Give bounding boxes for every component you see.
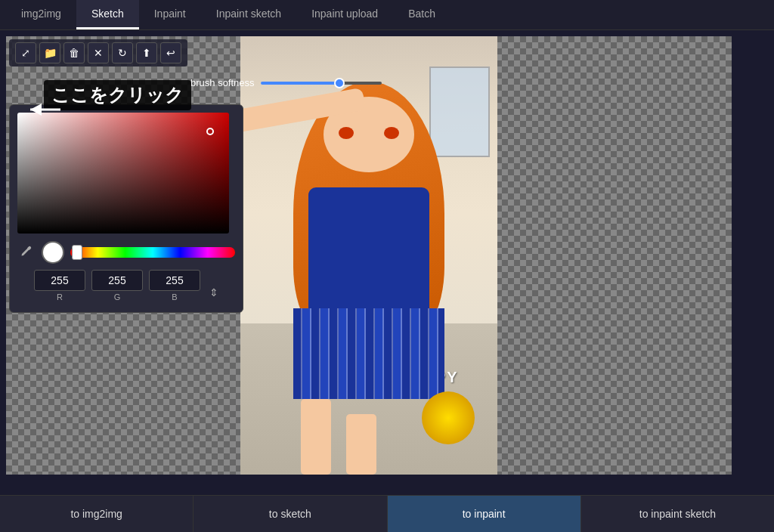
to-sketch-button[interactable]: to sketch	[194, 496, 387, 532]
bottom-bar: to img2imgto sketchto inpaintto inpaint …	[0, 495, 774, 532]
canvas-image[interactable]: DROOPY	[240, 36, 497, 475]
trash-icon[interactable]: 🗑	[63, 42, 85, 63]
b-label: B	[172, 292, 177, 302]
folder-icon[interactable]: 📁	[39, 42, 60, 63]
jp-tooltip-text: ここをクリック	[51, 85, 184, 105]
to-img2img-button[interactable]: to img2img	[0, 496, 194, 532]
rgb-inputs-row: R G B ⇕	[17, 270, 235, 302]
hue-slider-thumb	[72, 245, 82, 260]
to-inpaint-sketch-button[interactable]: to inpaint sketch	[581, 496, 774, 532]
r-field-group: R	[34, 270, 85, 302]
window	[429, 66, 490, 157]
color-picker-panel: R G B ⇕	[9, 104, 243, 313]
brush-softness-slider[interactable]	[261, 82, 382, 85]
brush-softness-slider-container[interactable]	[261, 82, 382, 85]
brush-softness-thumb	[334, 78, 345, 88]
g-label: G	[114, 292, 121, 302]
g-field-group: G	[91, 270, 143, 302]
char-skirt	[293, 308, 444, 399]
color-gradient-box[interactable]	[17, 113, 229, 234]
cursor-arrow	[23, 98, 68, 124]
leg-right	[346, 414, 376, 475]
tab-inpaint_sketch[interactable]: Inpaint sketch	[201, 0, 296, 29]
pompom	[422, 391, 475, 444]
skirt-pleats-white	[293, 308, 444, 399]
tab-inpaint[interactable]: Inpaint	[139, 0, 201, 29]
to-inpaint-button[interactable]: to inpaint	[388, 496, 581, 532]
mode-arrows[interactable]: ⇕	[209, 286, 218, 298]
tab-sketch[interactable]: Sketch	[76, 0, 139, 29]
hue-slider-container[interactable]	[70, 247, 235, 258]
tab-img2img[interactable]: img2img	[6, 0, 76, 29]
tab-inpaint_upload[interactable]: Inpaint upload	[296, 0, 393, 29]
brush-softness-label: brush softness	[190, 77, 255, 88]
tab-bar: img2imgSketchInpaintInpaint sketchInpain…	[0, 0, 774, 30]
resize-icon[interactable]: ⤢	[15, 42, 36, 63]
main-area: DROOPY ⤢📁🗑✕↻⬆↩	[0, 30, 774, 495]
undo-icon[interactable]: ↩	[160, 42, 181, 63]
color-preview-circle[interactable]	[42, 241, 64, 264]
r-label: R	[57, 292, 63, 302]
anime-background: DROOPY	[240, 36, 497, 475]
svg-marker-1	[30, 104, 42, 116]
refresh-icon[interactable]: ↻	[112, 42, 133, 63]
eye-right	[384, 127, 399, 139]
color-controls-row	[17, 241, 235, 264]
eyedropper-button[interactable]	[17, 243, 36, 261]
brush-softness-panel: brush softness	[187, 77, 382, 88]
leg-left	[301, 399, 331, 475]
r-input[interactable]	[34, 270, 85, 291]
eye-left	[339, 127, 354, 139]
tab-batch[interactable]: Batch	[393, 0, 450, 29]
canvas-container: DROOPY ⤢📁🗑✕↻⬆↩	[6, 36, 732, 475]
hue-slider[interactable]	[70, 247, 235, 258]
close-icon[interactable]: ✕	[88, 42, 109, 63]
b-input[interactable]	[149, 270, 200, 291]
g-input[interactable]	[91, 270, 143, 291]
upload-icon[interactable]: ⬆	[136, 42, 157, 63]
toolbar: ⤢📁🗑✕↻⬆↩	[9, 39, 187, 66]
b-field-group: B	[149, 270, 200, 302]
gradient-cursor	[206, 128, 214, 135]
